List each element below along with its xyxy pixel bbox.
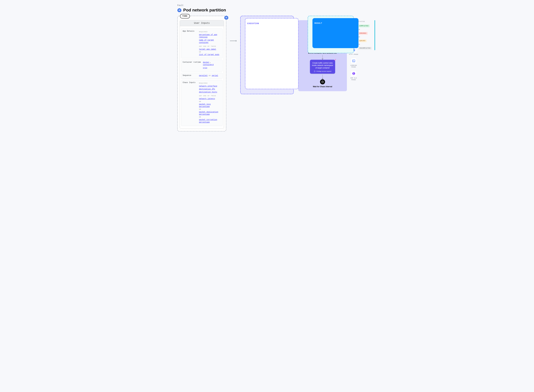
privilege-note-text: Privilege access required bbox=[316, 70, 331, 72]
anyone-item[interactable]: list of target pods bbox=[199, 53, 221, 56]
page-title-row: Pod network partition bbox=[177, 8, 357, 13]
pin-icon bbox=[334, 59, 336, 61]
or-sep: OR bbox=[199, 116, 221, 118]
required-item[interactable]: network interface bbox=[199, 85, 221, 87]
execution-stage: EXECUTION Targeted Pods Derive final pod… bbox=[240, 16, 294, 94]
section-body: docker , containerd crio bbox=[203, 61, 221, 70]
section-body: parallel OR serial bbox=[199, 75, 221, 77]
sep: , bbox=[210, 61, 211, 63]
or-sep: OR bbox=[199, 108, 221, 110]
page: Fault Pod network partition TUNE User In… bbox=[172, 0, 362, 137]
sequence-option[interactable]: serial bbox=[212, 75, 218, 77]
section-container-runtime: Container runtime docker , containerd cr… bbox=[181, 60, 223, 72]
probe-label: SRM SLO PROBE bbox=[349, 77, 358, 81]
status-badge-errored: ERRORED bbox=[358, 32, 368, 35]
required-label: REQUIRED bbox=[199, 31, 221, 33]
required-item[interactable]: destination IPs bbox=[199, 88, 221, 90]
or-sep: OR bbox=[358, 29, 372, 30]
tune-stage: TUNE User Inputs App Details REQUIRED pe… bbox=[177, 16, 226, 131]
probe-srm: SRM SLO PROBE bbox=[349, 70, 358, 81]
probe-label: COMMAND PROBE bbox=[349, 65, 358, 68]
sequence-option[interactable]: parallel bbox=[199, 75, 208, 77]
section-chaos-inputs: Chaos Inputs REQUIRED network interface … bbox=[181, 80, 223, 126]
section-title: Sequence bbox=[183, 75, 197, 77]
tune-stage-label: TUNE bbox=[180, 14, 190, 19]
anyone-label: ANY ONE OF THESE bbox=[199, 95, 221, 97]
board: TUNE User Inputs App Details REQUIRED pe… bbox=[177, 16, 357, 131]
section-sequence: Sequence parallel OR serial bbox=[181, 73, 223, 79]
user-inputs-panel-title: User Inputs bbox=[180, 20, 224, 26]
status-badge-completed: COMPLETED bbox=[358, 24, 370, 27]
anyone-item[interactable]: network latency bbox=[199, 98, 221, 100]
eyebrow: Fault bbox=[177, 4, 357, 7]
probe-command: COMMAND PROBE bbox=[349, 58, 358, 68]
output-probe-row: Probe Results Passed OR Failed bbox=[375, 34, 375, 48]
k8s-icon bbox=[177, 8, 181, 12]
section-title: Container runtime bbox=[183, 61, 201, 70]
section-body: REQUIRED network interface destination I… bbox=[199, 82, 221, 124]
anyone-item[interactable]: packet loss percentage bbox=[199, 103, 221, 108]
flow-connector bbox=[300, 75, 345, 79]
or-sep: OR bbox=[358, 36, 372, 38]
required-item[interactable]: name of target container bbox=[199, 39, 221, 44]
section-title: Chaos Inputs bbox=[183, 82, 197, 124]
output-metrics-row: Metrics chaos metrics bbox=[375, 26, 375, 34]
runtime-option[interactable]: containerd bbox=[203, 64, 214, 66]
flow-connector bbox=[300, 55, 345, 60]
status-badge-queued: QUEUED bbox=[358, 39, 367, 42]
or-sep: OR bbox=[199, 51, 221, 53]
traffic-control-card: Create traffic control rules inside netw… bbox=[310, 60, 335, 74]
sections: App Details REQUIRED percentage of app r… bbox=[180, 26, 224, 128]
execution-stage-label: EXECUTION bbox=[245, 18, 298, 89]
status-title: STATUS bbox=[358, 21, 372, 23]
runtime-option[interactable]: docker bbox=[203, 61, 209, 63]
step-caption: Create traffic control rules inside netw… bbox=[312, 62, 333, 69]
result-stage: RESULT STATUS COMPLETED OR ERRORED OR QU… bbox=[308, 16, 354, 53]
required-item[interactable]: percentage of app replicas bbox=[199, 33, 221, 38]
required-item[interactable]: destination hosts bbox=[199, 91, 221, 93]
section-title: App Details bbox=[183, 30, 197, 56]
exec-step-4: Wait for Chaos Interval bbox=[300, 79, 345, 88]
arrow-tune-to-exec bbox=[230, 40, 237, 42]
page-title: Pod network partition bbox=[183, 8, 226, 13]
output-title: Output bbox=[375, 20, 375, 26]
or-sep: OR bbox=[199, 101, 221, 103]
k8s-node-icon bbox=[224, 15, 228, 20]
or-sep: OR bbox=[358, 44, 372, 45]
required-label: REQUIRED bbox=[199, 82, 221, 84]
clock-icon bbox=[320, 79, 325, 84]
runtime-option[interactable]: crio bbox=[203, 67, 221, 69]
output-panel: Output Metrics chaos metrics Probe Resul… bbox=[375, 20, 375, 50]
section-app-details: App Details REQUIRED percentage of app r… bbox=[181, 28, 223, 58]
user-inputs-panel: User Inputs App Details REQUIRED percent… bbox=[180, 20, 224, 128]
anyone-item[interactable]: packet corruption percentage bbox=[199, 119, 221, 123]
or-sep: OR bbox=[209, 75, 211, 76]
srm-icon bbox=[351, 70, 357, 76]
step-caption: Wait for Chaos Interval bbox=[313, 86, 332, 88]
privilege-note: Privilege access required bbox=[312, 70, 333, 72]
status-badge-incompleted: INCOMPLETED bbox=[358, 47, 372, 50]
section-body: REQUIRED percentage of app replicas name… bbox=[199, 30, 221, 56]
anyone-item[interactable]: target app label bbox=[199, 48, 221, 51]
exec-step-3: Create traffic control rules inside netw… bbox=[300, 60, 345, 74]
anyone-item[interactable]: packet duplication percentage bbox=[199, 111, 221, 116]
result-stage-label: RESULT bbox=[312, 18, 358, 48]
probe-label: HTTP PROBE bbox=[349, 54, 358, 56]
terminal-icon bbox=[351, 58, 357, 64]
statuses: STATUS COMPLETED OR ERRORED OR QUEUED OR… bbox=[358, 20, 372, 50]
anyone-label: ANY ONE OF THESE bbox=[199, 46, 221, 47]
